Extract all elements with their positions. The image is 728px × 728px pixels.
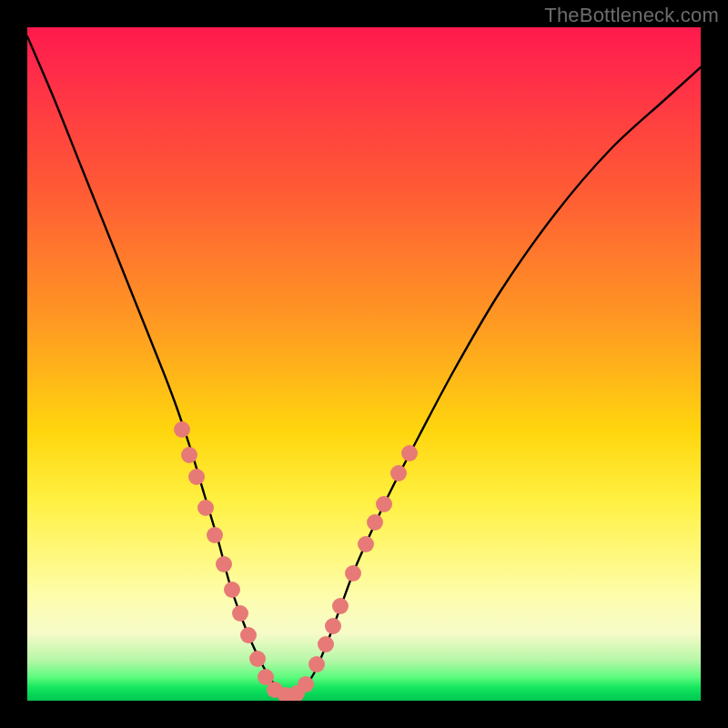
svg-point-17 — [325, 618, 341, 634]
svg-point-19 — [345, 565, 361, 581]
svg-point-23 — [390, 465, 407, 481]
svg-point-14 — [298, 676, 314, 693]
svg-point-22 — [376, 496, 392, 512]
svg-point-1 — [181, 447, 197, 463]
plot-area — [27, 27, 701, 701]
svg-point-6 — [224, 581, 240, 598]
svg-point-2 — [188, 469, 205, 485]
chart-frame: TheBottleneck.com — [0, 0, 728, 728]
svg-point-5 — [216, 556, 232, 572]
svg-point-4 — [207, 527, 223, 543]
svg-point-9 — [249, 651, 266, 667]
curve-markers — [174, 421, 418, 701]
svg-point-24 — [401, 445, 418, 461]
chart-svg — [27, 27, 701, 701]
svg-point-20 — [358, 536, 374, 552]
svg-point-21 — [367, 514, 383, 531]
watermark-text: TheBottleneck.com — [544, 4, 719, 27]
svg-point-8 — [240, 627, 257, 643]
svg-point-0 — [174, 421, 190, 438]
svg-point-18 — [332, 598, 349, 614]
svg-point-3 — [197, 500, 214, 516]
curve-line — [27, 36, 701, 695]
svg-point-16 — [318, 636, 334, 652]
svg-point-7 — [232, 605, 248, 622]
svg-point-15 — [308, 656, 325, 672]
